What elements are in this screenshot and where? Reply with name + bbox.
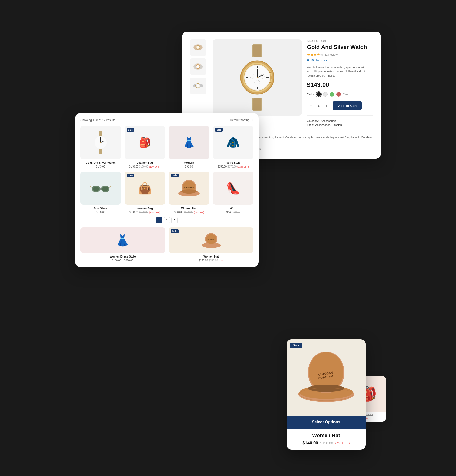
svg-point-38 [100, 142, 101, 143]
card-price-women-hat-2: $140.00 $150.00(7%) [169, 259, 253, 262]
stock-indicator [307, 59, 309, 61]
product-image-sunglass [80, 172, 121, 205]
stars-row: ★★★★★ (1 Review) [307, 53, 373, 57]
category-label: Category: [307, 119, 319, 122]
tags-row: Tags: Accessories, Fashion [307, 123, 373, 126]
product-card-women-hat[interactable]: Sale OUTGOING Women Hat $140.00 $150.00(… [169, 172, 209, 214]
featured-price: $140.00 [302, 441, 318, 446]
leather-bag-icon: 🎒 [139, 137, 151, 148]
svg-point-44 [93, 187, 99, 191]
svg-rect-21 [246, 77, 248, 78]
product-card-leather-bag[interactable]: Sale 🎒 Leather Bag $140.00 $160.00(13% O… [125, 126, 165, 168]
card-name-watch: Gold And Silver Watch [80, 161, 121, 164]
card-name-retro: Retro Style [213, 161, 254, 164]
product-image-retro: Sale 🧥 [213, 126, 254, 159]
sort-text: Default sorting ↑↓ [230, 118, 253, 122]
page-1-button[interactable]: 1 [156, 217, 162, 223]
product-image-women-hat-2: Sale OUTGOING [169, 227, 253, 253]
product-image-womens-shoes: 👠 [213, 172, 254, 205]
svg-point-7 [197, 65, 199, 68]
sale-badge-women-bag: Sale [127, 174, 135, 177]
main-product-image [213, 39, 302, 116]
product-grid: Gold And Silver Watch $143.00 Sale 🎒 Lea… [80, 126, 253, 214]
quantity-control: − 1 + [307, 101, 330, 110]
svg-point-3 [197, 46, 199, 49]
color-swatch-green[interactable] [330, 92, 334, 97]
svg-point-45 [102, 187, 108, 191]
featured-discount: (7% OFF) [335, 441, 350, 445]
stock-text: 100 In Stock [310, 59, 327, 62]
svg-line-42 [90, 186, 92, 187]
stock-badge: 100 In Stock [307, 59, 373, 62]
card-name-women-bag: Women Bag [125, 207, 165, 210]
product-card-women-hat-2[interactable]: Sale OUTGOING Women Hat $140.00 $150.00(… [169, 227, 253, 262]
tags-label: Tags: [307, 123, 314, 126]
product-card-modern[interactable]: 👗 Modern $91.00 [169, 126, 209, 168]
color-swatch-white[interactable] [323, 92, 328, 97]
product-card-dress-style[interactable]: 👗 Women Dress Style $180.00 – $220.00 [80, 227, 165, 262]
qty-cart-row: − 1 + Add To Cart [307, 101, 373, 110]
color-swatch-red[interactable] [336, 92, 341, 97]
qty-increase-button[interactable]: + [323, 101, 330, 110]
card-price-women-bag: $150.00 $170.00(12% OFF) [125, 211, 165, 214]
product-card-watch[interactable]: Gold And Silver Watch $143.00 [80, 126, 121, 168]
card-price-retro: $150.00 $170.00(12% OFF) [213, 165, 254, 168]
product-card-retro[interactable]: Sale 🧥 Retro Style $150.00 $170.00(12% O… [213, 126, 254, 168]
product-card-womens-shoes[interactable]: 👠 Wo... $14... $15... [213, 172, 254, 214]
tags-value: Accessories, Fashion [315, 123, 342, 126]
results-text: Showing 1–8 of 12 results [80, 118, 115, 122]
card-name-women-hat-2: Women Hat [169, 255, 253, 258]
svg-rect-20 [257, 87, 258, 89]
thumbnail-1[interactable] [190, 39, 206, 56]
category-row: Category: Accessories [307, 119, 373, 122]
listing-card: Showing 1–8 of 12 results Default sortin… [75, 113, 259, 267]
qty-decrease-button[interactable]: − [307, 101, 315, 110]
sku-text: SKU: ECT00014 [307, 39, 373, 42]
card-price-leather-bag: $140.00 $160.00(13% OFF) [125, 165, 165, 168]
color-swatch-black[interactable] [316, 92, 321, 97]
color-clear-link[interactable]: Clear [343, 93, 350, 96]
svg-text:OUTGOING: OUTGOING [207, 239, 215, 240]
card-name-women-hat: Women Hat [169, 207, 209, 210]
pagination-row: 1 2 3 [80, 217, 253, 223]
svg-rect-22 [266, 77, 269, 78]
featured-product-name: Women Hat [292, 433, 360, 439]
select-options-button[interactable]: Select Options [287, 416, 366, 429]
featured-image-area: Sale OUTGOING OUTGOING [287, 339, 366, 416]
bottom-partial-grid: 👗 Women Dress Style $180.00 – $220.00 Sa… [80, 227, 253, 262]
product-card-sunglass[interactable]: Sun Glass $160.00 [80, 172, 121, 214]
card-price-dress-style: $180.00 – $220.00 [80, 259, 165, 262]
thumbnail-3[interactable] [190, 78, 206, 94]
svg-rect-14 [253, 98, 261, 110]
card-price-modern: $91.00 [169, 165, 209, 168]
svg-point-59 [308, 385, 344, 392]
page-2-button[interactable]: 2 [164, 217, 170, 223]
thumbnail-2[interactable] [190, 58, 206, 75]
svg-rect-41 [100, 188, 101, 190]
featured-old-price: $150.00 [320, 441, 333, 445]
product-image-watch [80, 126, 121, 159]
divider [307, 115, 373, 116]
svg-rect-19 [257, 66, 258, 68]
card-name-leather-bag: Leather Bag [125, 161, 165, 164]
svg-rect-33 [99, 149, 102, 154]
svg-rect-12 [253, 45, 261, 57]
card-name-sunglass: Sun Glass [80, 207, 121, 210]
review-count: (1 Review) [325, 53, 339, 56]
page-3-button[interactable]: 3 [171, 217, 178, 223]
card-price-sunglass: $160.00 [80, 211, 121, 214]
svg-point-10 [197, 84, 199, 87]
product-info: SKU: ECT00014 Gold And Silver Watch ★★★★… [307, 39, 373, 128]
card-price-womens-shoes: $14... $15... [213, 211, 254, 214]
featured-info: Women Hat $140.00 $150.00 (7% OFF) [287, 429, 366, 450]
svg-line-43 [109, 186, 111, 187]
product-image-women-hat: Sale OUTGOING [169, 172, 209, 205]
svg-rect-32 [99, 131, 102, 136]
sale-badge-hat-2: Sale [171, 229, 179, 233]
add-to-cart-button[interactable]: Add To Cart [333, 101, 362, 110]
product-card-women-bag[interactable]: Sale 👜 Women Bag $150.00 $170.00(12% OFF… [125, 172, 165, 214]
sale-badge-women-hat: Sale [171, 174, 179, 177]
sale-badge-leather: Sale [127, 128, 135, 132]
product-image-women-bag: Sale 👜 [125, 172, 165, 205]
card-price-women-hat: $140.00 $150.00(7% OFF) [169, 211, 209, 214]
